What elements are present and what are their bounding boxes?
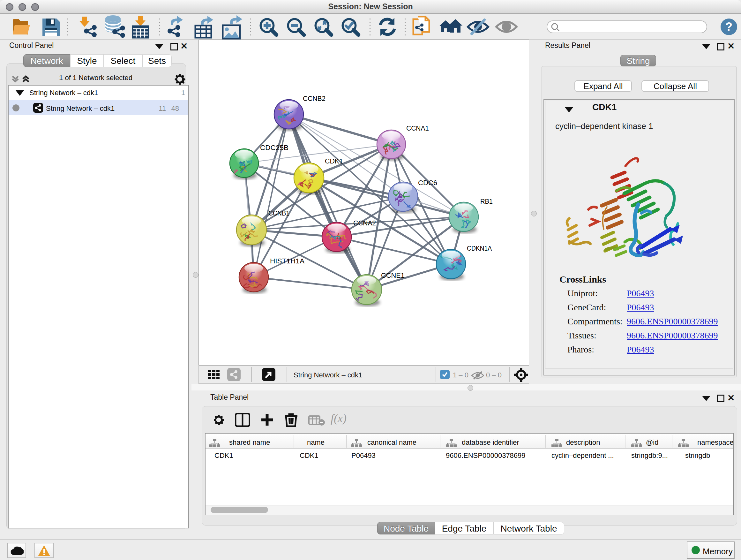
svg-text:CCNE1: CCNE1 (381, 271, 405, 279)
svg-text:CCNA2: CCNA2 (353, 219, 376, 227)
svg-text:CDKN1A: CDKN1A (467, 244, 492, 252)
svg-text:CCNA1: CCNA1 (406, 124, 429, 132)
svg-text:RB1: RB1 (480, 197, 493, 205)
svg-text:CDC6: CDC6 (418, 179, 437, 187)
svg-text:HIST1H1A: HIST1H1A (270, 257, 305, 265)
svg-text:CDK1: CDK1 (325, 157, 343, 165)
svg-text:CDC25B: CDC25B (260, 144, 288, 152)
svg-text:CCNB1: CCNB1 (268, 209, 289, 217)
svg-text:CCNB2: CCNB2 (303, 95, 326, 103)
